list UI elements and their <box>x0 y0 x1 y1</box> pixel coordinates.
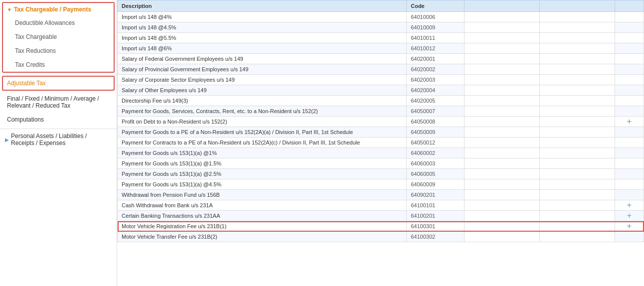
col3-cell[interactable] <box>465 54 540 64</box>
tax-chargeable-item[interactable]: Tax Chargeable <box>3 30 114 44</box>
col4-cell[interactable] <box>540 138 615 148</box>
col4-cell[interactable] <box>540 43 615 54</box>
col3-cell[interactable] <box>465 232 540 242</box>
col4-input[interactable] <box>544 35 611 41</box>
adjustable-tax-item[interactable]: Adjustable Tax <box>3 77 114 90</box>
col3-input[interactable] <box>469 223 535 229</box>
col4-cell[interactable] <box>540 127 615 138</box>
col3-cell[interactable] <box>465 33 540 43</box>
col3-input[interactable] <box>469 202 535 208</box>
deductible-allowances-item[interactable]: Deductible Allowances <box>3 16 114 30</box>
col4-cell[interactable] <box>540 117 615 127</box>
col4-input[interactable] <box>544 160 611 166</box>
col3-input[interactable] <box>469 129 535 135</box>
tax-reductions-item[interactable]: Tax Reductions <box>3 44 114 58</box>
col3-input[interactable] <box>469 24 535 30</box>
col4-input[interactable] <box>544 87 611 93</box>
col3-cell[interactable] <box>465 96 540 106</box>
tax-credits-item[interactable]: Tax Credits <box>3 58 114 72</box>
col3-cell[interactable] <box>465 75 540 85</box>
col3-cell[interactable] <box>465 138 540 148</box>
col3-cell[interactable] <box>465 85 540 96</box>
col3-cell[interactable] <box>465 221 540 232</box>
col4-input[interactable] <box>544 56 611 62</box>
add-cell[interactable]: + <box>615 221 644 232</box>
col3-cell[interactable] <box>465 64 540 75</box>
col3-input[interactable] <box>469 77 535 83</box>
col3-cell[interactable] <box>465 22 540 33</box>
col4-input[interactable] <box>544 150 611 156</box>
col4-input[interactable] <box>544 108 611 114</box>
col4-cell[interactable] <box>540 33 615 43</box>
col4-input[interactable] <box>544 171 611 177</box>
personal-assets-item[interactable]: ▶ Personal Assets / Liabilities / Receip… <box>0 129 117 150</box>
col4-cell[interactable] <box>540 85 615 96</box>
col3-input[interactable] <box>469 140 535 145</box>
col3-cell[interactable] <box>465 43 540 54</box>
final-fixed-item[interactable]: Final / Fixed / Minimum / Average / Rele… <box>0 92 117 113</box>
col4-cell[interactable] <box>540 54 615 64</box>
col4-cell[interactable] <box>540 96 615 106</box>
computations-item[interactable]: Computations <box>0 113 117 127</box>
col3-input[interactable] <box>469 108 535 114</box>
col3-cell[interactable] <box>465 169 540 179</box>
col4-input[interactable] <box>544 24 611 30</box>
col3-input[interactable] <box>469 35 535 41</box>
add-cell[interactable]: + <box>615 200 644 211</box>
add-cell[interactable]: + <box>615 117 644 127</box>
col4-input[interactable] <box>544 45 611 51</box>
col3-cell[interactable] <box>465 127 540 138</box>
col4-input[interactable] <box>544 98 611 104</box>
col4-input[interactable] <box>544 181 611 187</box>
col3-cell[interactable] <box>465 179 540 190</box>
col3-cell[interactable] <box>465 158 540 169</box>
add-cell[interactable]: + <box>615 211 644 221</box>
col3-cell[interactable] <box>465 211 540 221</box>
col4-input[interactable] <box>544 234 611 240</box>
col3-cell[interactable] <box>465 117 540 127</box>
col4-cell[interactable] <box>540 232 615 242</box>
col4-input[interactable] <box>544 192 611 198</box>
col4-cell[interactable] <box>540 190 615 200</box>
col3-input[interactable] <box>469 181 535 187</box>
col3-input[interactable] <box>469 98 535 104</box>
col3-cell[interactable] <box>465 148 540 158</box>
col4-cell[interactable] <box>540 200 615 211</box>
col3-input[interactable] <box>469 160 535 166</box>
col3-input[interactable] <box>469 234 535 240</box>
col3-input[interactable] <box>469 45 535 51</box>
col4-input[interactable] <box>544 223 611 229</box>
col3-input[interactable] <box>469 150 535 156</box>
col4-input[interactable] <box>544 140 611 145</box>
col3-input[interactable] <box>469 56 535 62</box>
col4-cell[interactable] <box>540 169 615 179</box>
col4-cell[interactable] <box>540 221 615 232</box>
col4-cell[interactable] <box>540 148 615 158</box>
col3-input[interactable] <box>469 192 535 198</box>
col3-cell[interactable] <box>465 12 540 22</box>
col4-cell[interactable] <box>540 22 615 33</box>
col4-cell[interactable] <box>540 64 615 75</box>
tax-chargeable-payments-item[interactable]: ▼ Tax Chargeable / Payments <box>3 3 114 16</box>
col4-input[interactable] <box>544 66 611 72</box>
col3-cell[interactable] <box>465 106 540 117</box>
col4-cell[interactable] <box>540 211 615 221</box>
col3-input[interactable] <box>469 87 535 93</box>
col4-input[interactable] <box>544 129 611 135</box>
col3-cell[interactable] <box>465 190 540 200</box>
col4-input[interactable] <box>544 119 611 125</box>
col4-input[interactable] <box>544 213 611 219</box>
col4-cell[interactable] <box>540 106 615 117</box>
col3-input[interactable] <box>469 66 535 72</box>
col3-input[interactable] <box>469 119 535 125</box>
col4-input[interactable] <box>544 77 611 83</box>
col3-input[interactable] <box>469 171 535 177</box>
col3-input[interactable] <box>469 213 535 219</box>
col3-input[interactable] <box>469 14 535 20</box>
col4-input[interactable] <box>544 202 611 208</box>
col4-cell[interactable] <box>540 158 615 169</box>
col4-cell[interactable] <box>540 179 615 190</box>
col4-cell[interactable] <box>540 12 615 22</box>
col4-input[interactable] <box>544 14 611 20</box>
col4-cell[interactable] <box>540 75 615 85</box>
